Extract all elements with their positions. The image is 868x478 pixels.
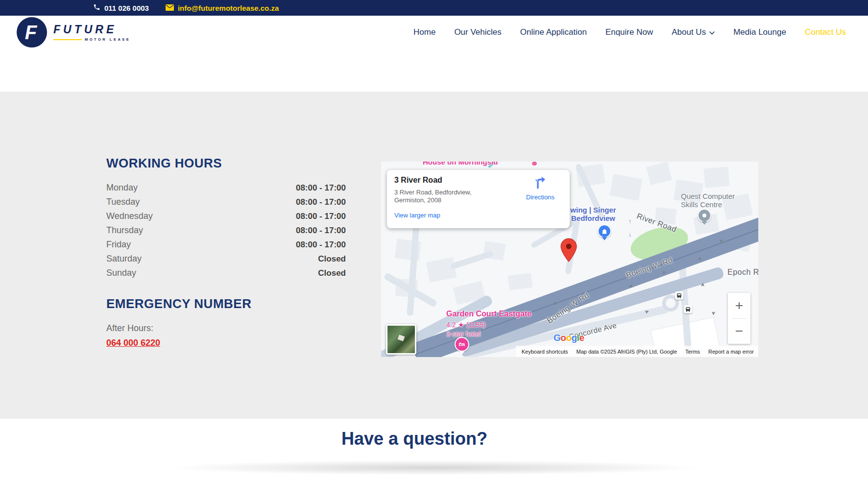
working-hours-table: Monday08:00 - 17:00 Tuesday08:00 - 17:00… <box>106 181 346 280</box>
hours-row: Thursday08:00 - 17:00 <box>106 223 346 238</box>
map-building <box>610 174 643 201</box>
map-building <box>507 273 532 290</box>
map-road <box>450 250 493 269</box>
zoom-out-button[interactable]: − <box>728 319 750 344</box>
logo-accent-line <box>53 39 82 40</box>
directions-label: Directions <box>523 193 558 201</box>
map-building <box>646 162 672 185</box>
map-building <box>703 167 729 188</box>
logo-monogram-icon: F <box>17 17 47 48</box>
map-traffic-arrow: ➤ <box>710 311 717 315</box>
map-poi-pin-shopping[interactable] <box>598 224 611 240</box>
map-traffic-arrow: ➤ <box>699 283 706 287</box>
working-hours-title: WORKING HOURS <box>106 156 222 171</box>
satellite-view-toggle[interactable] <box>386 324 416 355</box>
day-label: Friday <box>106 239 131 250</box>
hours-row: SaturdayClosed <box>106 252 346 266</box>
map-poi-dot <box>532 162 537 166</box>
hours-row: Friday08:00 - 17:00 <box>106 238 346 252</box>
map-info-card: 3 River Road 3 River Road, Bedfordview, … <box>387 170 570 228</box>
nav-item-contact-us[interactable]: Contact Us <box>805 27 846 37</box>
topbar-email-address: info@futuremotorlease.co.za <box>178 4 279 12</box>
chevron-down-icon <box>709 27 715 37</box>
map-poi-label-quest[interactable]: Quest Computer Skills Centre <box>681 192 735 209</box>
topbar-email-link[interactable]: info@futuremotorlease.co.za <box>166 4 279 12</box>
day-label: Tuesday <box>106 197 140 207</box>
hours-value: 08:00 - 17:00 <box>296 226 346 236</box>
map-destination-marker[interactable] <box>560 238 577 264</box>
map-poi-pin-quest[interactable] <box>698 209 711 225</box>
view-larger-map-link[interactable]: View larger map <box>394 212 440 219</box>
google-map-embed[interactable]: House on Morningsid wing | Singer Bedfor… <box>381 162 758 357</box>
nav-item-home[interactable]: Home <box>413 27 435 37</box>
logo-brand: FUTURE <box>53 23 130 36</box>
bus-stop-icon[interactable] <box>684 305 692 313</box>
map-poi-pin-hotel[interactable] <box>455 337 469 355</box>
map-street-epoch: Epoch R <box>727 268 758 277</box>
envelope-icon <box>166 4 174 12</box>
map-direction-arrow-down: ↓ <box>628 232 631 238</box>
map-poi-label-hotel[interactable]: Garden Court Eastgate <box>446 310 531 318</box>
map-data-copyright: Map data ©2025 AfriGIS (Pty) Ltd, Google <box>577 349 677 355</box>
nav-item-about-us[interactable]: About Us <box>672 27 715 37</box>
day-label: Wednesday <box>106 211 153 221</box>
emergency-phone-link[interactable]: 064 000 6220 <box>106 338 160 348</box>
directions-button[interactable]: Directions <box>523 175 558 201</box>
hours-row: SundayClosed <box>106 266 346 280</box>
hours-value: 08:00 - 17:00 <box>296 183 346 193</box>
bus-stop-icon[interactable] <box>675 291 683 300</box>
nav-item-enquire-now[interactable]: Enquire Now <box>605 27 653 37</box>
hours-value: Closed <box>318 254 346 264</box>
day-label: Thursday <box>106 225 143 236</box>
phone-icon <box>93 3 100 12</box>
hours-row: Monday08:00 - 17:00 <box>106 181 346 195</box>
topbar-phone-link[interactable]: 011 026 0003 <box>93 3 149 12</box>
hours-row: Tuesday08:00 - 17:00 <box>106 195 346 209</box>
report-map-error-link[interactable]: Report a map error <box>708 349 754 355</box>
nav-links: Home Our Vehicles Online Application Enq… <box>413 27 846 37</box>
hours-value: 08:00 - 17:00 <box>296 240 346 250</box>
section-divider-shadow <box>173 460 694 475</box>
topbar-phone-number: 011 026 0003 <box>104 4 149 12</box>
hours-value: 08:00 - 17:00 <box>296 197 346 207</box>
zoom-in-button[interactable]: + <box>728 293 750 318</box>
nav-item-media-lounge[interactable]: Media Lounge <box>733 27 786 37</box>
day-label: Sunday <box>106 268 136 278</box>
map-zoom-control: + − <box>728 293 750 344</box>
google-logo[interactable]: Google <box>554 333 584 343</box>
terms-link[interactable]: Terms <box>685 349 700 355</box>
keyboard-shortcuts-link[interactable]: Keyboard shortcuts <box>522 349 568 355</box>
have-a-question-heading: Have a question? <box>93 429 736 449</box>
logo-tagline: MOTOR LEASE <box>85 37 130 42</box>
topbar: 011 026 0003 info@futuremotorlease.co.za <box>0 0 868 16</box>
map-building <box>426 257 457 283</box>
map-poi-label-morningside[interactable]: House on Morningsid <box>423 162 498 166</box>
map-hotel-rating: 4.2 ★ (1155) <box>446 320 485 329</box>
hours-value: 08:00 - 17:00 <box>296 212 346 221</box>
directions-icon <box>533 183 547 191</box>
hours-row: Wednesday08:00 - 17:00 <box>106 209 346 223</box>
day-label: Monday <box>106 183 138 193</box>
after-hours-label: After Hours: <box>106 323 153 334</box>
map-attribution-bar: Keyboard shortcuts Map data ©2025 AfriGI… <box>516 346 758 357</box>
hours-value: Closed <box>318 268 346 278</box>
nav-item-online-application[interactable]: Online Application <box>520 27 587 37</box>
nav-item-our-vehicles[interactable]: Our Vehicles <box>454 27 501 37</box>
navbar: F FUTURE MOTOR LEASE Home Our Vehicles O… <box>0 16 868 49</box>
star-icon: ★ <box>458 321 464 329</box>
emergency-number-title: EMERGENCY NUMBER <box>106 296 251 311</box>
logo[interactable]: F FUTURE MOTOR LEASE <box>17 17 130 48</box>
logo-text: FUTURE MOTOR LEASE <box>53 23 130 42</box>
map-card-address: 3 River Road, Bedfordview, Germiston, 20… <box>394 189 478 204</box>
day-label: Saturday <box>106 254 142 264</box>
